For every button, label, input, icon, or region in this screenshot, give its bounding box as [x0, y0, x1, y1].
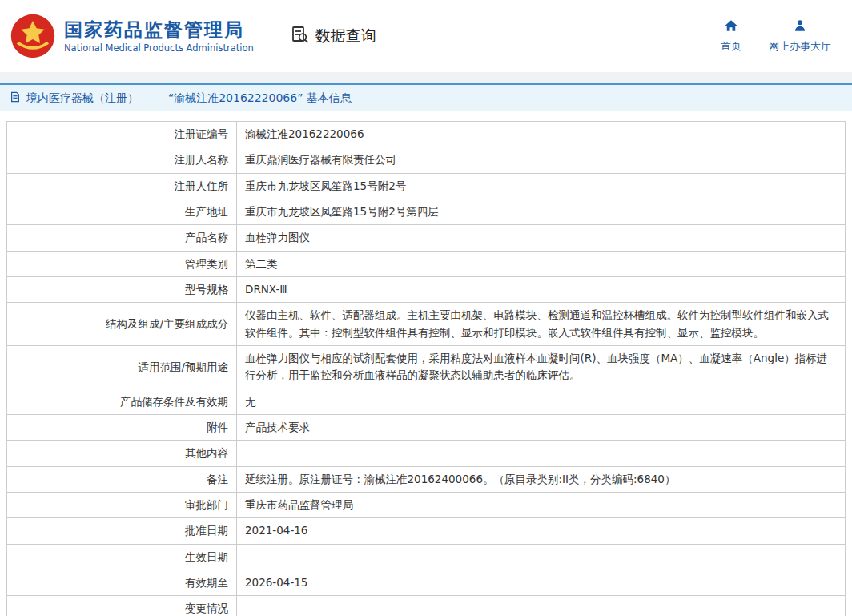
table-row: 注册证编号渝械注准20162220066 — [7, 122, 846, 147]
row-label: 产品名称 — [7, 225, 237, 251]
row-value: 重庆市药品监督管理局 — [237, 492, 846, 517]
document-icon — [10, 91, 21, 105]
row-value: 2021-04-16 — [237, 518, 846, 544]
row-label: 注册证编号 — [7, 122, 237, 147]
row-label: 结构及组成/主要组成成分 — [7, 303, 237, 346]
breadcrumb-text: 境内医疗器械（注册） —— “渝械注准20162220066” 基本信息 — [26, 91, 352, 106]
nav-home[interactable]: 首页 — [721, 18, 741, 54]
table-row: 审批部门重庆市药品监督管理局 — [7, 492, 846, 517]
row-label: 备注 — [7, 466, 237, 492]
row-value: 血栓弹力图仪 — [237, 225, 846, 251]
table-row: 注册人名称重庆鼎润医疗器械有限责任公司 — [7, 147, 846, 173]
org-name-cn: 国家药品监督管理局 — [64, 18, 254, 42]
site-header: 国家药品监督管理局 National Medical Products Admi… — [0, 0, 852, 72]
row-value: 重庆鼎润医疗器械有限责任公司 — [237, 147, 846, 173]
table-row: 备注延续注册。原注册证号：渝械注准20162400066。（原目录类别:II类，… — [7, 466, 846, 492]
table-row: 管理类别第二类 — [7, 251, 846, 276]
row-label: 产品储存条件及有效期 — [7, 389, 237, 414]
row-value: 产品技术要求 — [237, 414, 846, 440]
row-label: 审批部门 — [7, 492, 237, 517]
row-value: 渝械注准20162220066 — [237, 122, 846, 147]
header-nav: 首页 网上办事大厅 — [721, 18, 831, 54]
table-row: 产品储存条件及有效期无 — [7, 389, 846, 414]
table-row: 变更情况 — [7, 596, 846, 616]
data-query-tab[interactable]: 数据查询 — [291, 25, 376, 47]
nmpa-logo: 国家药品监督管理局 National Medical Products Admi… — [10, 13, 254, 59]
row-value: 仪器由主机、软件、适配器组成。主机主要由机架、电路模块、检测通道和温控杯槽组成。… — [237, 303, 846, 346]
header-divider — [0, 72, 852, 83]
row-label: 批准日期 — [7, 518, 237, 544]
table-row: 其他内容 — [7, 441, 846, 466]
registration-info-section: 注册证编号渝械注准20162220066注册人名称重庆鼎润医疗器械有限责任公司注… — [0, 111, 852, 616]
row-label: 注册人名称 — [7, 147, 237, 173]
table-row: 产品名称血栓弹力图仪 — [7, 225, 846, 251]
row-label: 管理类别 — [7, 251, 237, 276]
data-query-icon — [291, 25, 310, 47]
person-icon — [793, 18, 807, 35]
table-row: 附件产品技术要求 — [7, 414, 846, 440]
row-label: 变更情况 — [7, 596, 237, 616]
info-table-body: 注册证编号渝械注准20162220066注册人名称重庆鼎润医疗器械有限责任公司注… — [7, 122, 846, 616]
row-value: 血栓弹力图仪与相应的试剂配套使用，采用粘度法对血液样本血凝时间(R)、血块强度（… — [237, 345, 846, 389]
row-label: 生产地址 — [7, 199, 237, 224]
row-label: 附件 — [7, 414, 237, 440]
org-names: 国家药品监督管理局 National Medical Products Admi… — [64, 18, 254, 54]
nav-service-hall[interactable]: 网上办事大厅 — [769, 18, 831, 54]
row-value — [237, 544, 846, 570]
row-value: 延续注册。原注册证号：渝械注准20162400066。（原目录类别:II类，分类… — [237, 466, 846, 492]
row-label: 其他内容 — [7, 441, 237, 466]
row-value: DRNX-Ⅲ — [237, 276, 846, 302]
nmpa-emblem-icon — [10, 13, 56, 59]
row-label: 注册人住所 — [7, 173, 237, 199]
table-row: 型号规格DRNX-Ⅲ — [7, 276, 846, 302]
row-value: 无 — [237, 389, 846, 414]
row-value: 第二类 — [237, 251, 846, 276]
nav-home-label: 首页 — [721, 39, 741, 54]
table-row: 批准日期2021-04-16 — [7, 518, 846, 544]
table-row: 结构及组成/主要组成成分仪器由主机、软件、适配器组成。主机主要由机架、电路模块、… — [7, 303, 846, 346]
table-row: 生效日期 — [7, 544, 846, 570]
row-label: 生效日期 — [7, 544, 237, 570]
table-row: 有效期至2026-04-15 — [7, 570, 846, 595]
row-value: 2026-04-15 — [237, 570, 846, 595]
row-label: 型号规格 — [7, 276, 237, 302]
row-value: 重庆市九龙坡区凤笙路15号附2号 — [237, 173, 846, 199]
table-row: 注册人住所重庆市九龙坡区凤笙路15号附2号 — [7, 173, 846, 199]
row-label: 适用范围/预期用途 — [7, 345, 237, 389]
breadcrumb: 境内医疗器械（注册） —— “渝械注准20162220066” 基本信息 — [0, 83, 852, 111]
home-icon — [724, 18, 738, 35]
table-row: 适用范围/预期用途血栓弹力图仪与相应的试剂配套使用，采用粘度法对血液样本血凝时间… — [7, 345, 846, 389]
data-query-label: 数据查询 — [315, 26, 376, 46]
org-name-en: National Medical Products Administration — [64, 42, 254, 54]
nav-service-hall-label: 网上办事大厅 — [769, 39, 831, 54]
row-value — [237, 596, 846, 616]
row-value — [237, 441, 846, 466]
registration-info-table: 注册证编号渝械注准20162220066注册人名称重庆鼎润医疗器械有限责任公司注… — [6, 121, 846, 616]
row-value: 重庆市九龙坡区凤笙路15号附2号第四层 — [237, 199, 846, 224]
row-label: 有效期至 — [7, 570, 237, 595]
table-row: 生产地址重庆市九龙坡区凤笙路15号附2号第四层 — [7, 199, 846, 224]
